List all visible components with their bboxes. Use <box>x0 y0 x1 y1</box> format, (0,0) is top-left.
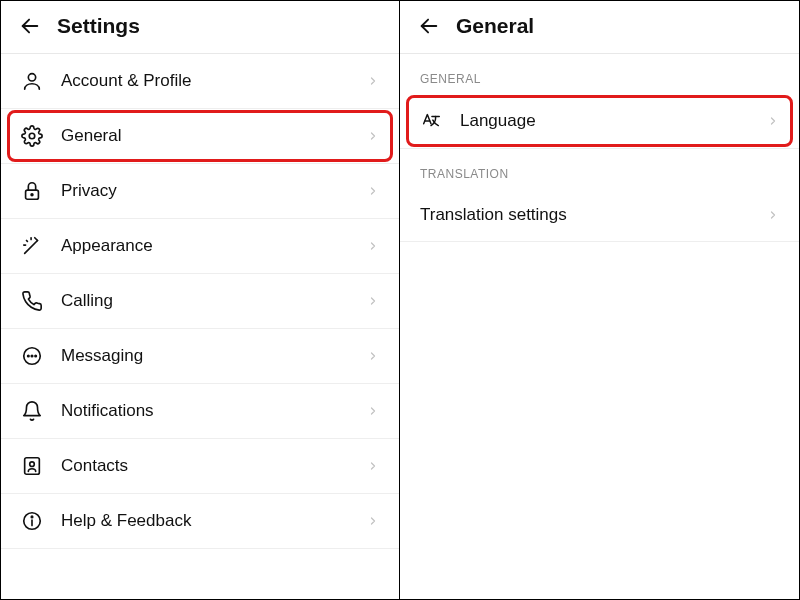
chevron-right-icon <box>767 209 779 221</box>
settings-item-label: Calling <box>61 291 367 311</box>
language-icon <box>420 110 442 132</box>
general-title: General <box>456 14 534 38</box>
svg-point-4 <box>31 194 33 196</box>
settings-item-notifications[interactable]: Notifications <box>1 384 399 439</box>
settings-item-appearance[interactable]: Appearance <box>1 219 399 274</box>
general-item-translation-settings[interactable]: Translation settings <box>400 189 799 242</box>
contacts-icon <box>21 455 43 477</box>
person-icon <box>21 70 43 92</box>
chevron-right-icon <box>367 185 379 197</box>
settings-item-label: Messaging <box>61 346 367 366</box>
chevron-right-icon <box>367 515 379 527</box>
chevron-right-icon <box>367 240 379 252</box>
svg-point-10 <box>30 462 35 467</box>
message-icon <box>21 345 43 367</box>
general-item-label: Translation settings <box>420 205 767 225</box>
chevron-right-icon <box>367 405 379 417</box>
settings-item-label: Appearance <box>61 236 367 256</box>
general-item-language[interactable]: Language <box>400 94 799 149</box>
settings-item-privacy[interactable]: Privacy <box>1 164 399 219</box>
settings-item-label: Privacy <box>61 181 367 201</box>
chevron-right-icon <box>367 130 379 142</box>
chevron-right-icon <box>367 460 379 472</box>
settings-header: Settings <box>1 1 399 54</box>
chevron-right-icon <box>367 295 379 307</box>
chevron-right-icon <box>367 350 379 362</box>
settings-item-label: General <box>61 126 367 146</box>
svg-point-6 <box>28 355 29 356</box>
settings-item-account-profile[interactable]: Account & Profile <box>1 54 399 109</box>
settings-title: Settings <box>57 14 140 38</box>
section-label-general: GENERAL <box>400 54 799 94</box>
section-label-translation: TRANSLATION <box>400 149 799 189</box>
settings-item-messaging[interactable]: Messaging <box>1 329 399 384</box>
lock-icon <box>21 180 43 202</box>
chevron-right-icon <box>367 75 379 87</box>
settings-item-help-feedback[interactable]: Help & Feedback <box>1 494 399 549</box>
general-item-label: Language <box>460 111 767 131</box>
settings-item-label: Help & Feedback <box>61 511 367 531</box>
settings-item-contacts[interactable]: Contacts <box>1 439 399 494</box>
svg-point-2 <box>29 133 35 139</box>
settings-item-calling[interactable]: Calling <box>1 274 399 329</box>
svg-point-1 <box>28 74 35 81</box>
back-arrow-icon <box>418 15 440 37</box>
wand-icon <box>21 235 43 257</box>
gear-icon <box>21 125 43 147</box>
settings-item-label: Account & Profile <box>61 71 367 91</box>
settings-panel: Settings Account & Profile General <box>1 1 400 599</box>
settings-item-label: Notifications <box>61 401 367 421</box>
general-panel: General GENERAL Language TRANSLATION Tra… <box>400 1 799 599</box>
back-arrow-icon <box>19 15 41 37</box>
general-header: General <box>400 1 799 54</box>
svg-point-13 <box>31 516 32 517</box>
svg-point-8 <box>35 355 36 356</box>
phone-icon <box>21 290 43 312</box>
chevron-right-icon <box>767 115 779 127</box>
settings-item-label: Contacts <box>61 456 367 476</box>
svg-point-7 <box>31 355 32 356</box>
back-button[interactable] <box>416 13 442 39</box>
info-icon <box>21 510 43 532</box>
back-button[interactable] <box>17 13 43 39</box>
bell-icon <box>21 400 43 422</box>
settings-item-general[interactable]: General <box>1 109 399 164</box>
